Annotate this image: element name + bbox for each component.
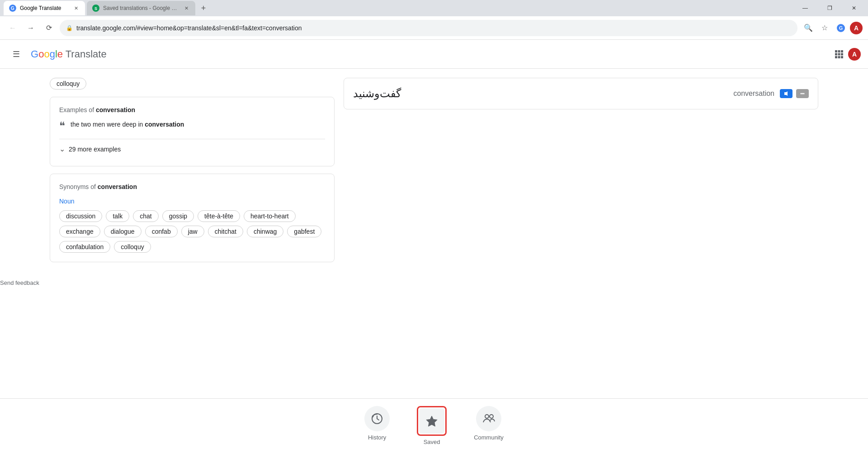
- bookmark-icon[interactable]: ☆: [817, 21, 832, 35]
- quote-row: ❝ the two men were deep in conversation: [59, 121, 325, 132]
- app-header: ☰ Google Translate: [0, 40, 868, 69]
- synonym-chip[interactable]: jaw: [181, 226, 204, 237]
- svg-text:S: S: [94, 6, 97, 11]
- examples-card: Examples of conversation ❝ the two men w…: [50, 97, 335, 166]
- synonym-chip[interactable]: discussion: [59, 210, 102, 222]
- synonym-chip[interactable]: heart-to-heart: [244, 210, 296, 222]
- translation-panel: گفت‌وشنید conversation: [344, 78, 818, 109]
- dots-icon: [799, 90, 806, 97]
- synonym-chip[interactable]: chitchat: [208, 226, 243, 237]
- synonym-chip[interactable]: confabulation: [59, 241, 110, 253]
- page-content: ☰ Google Translate: [0, 40, 868, 458]
- saved-box-outline: [417, 406, 447, 436]
- quote-text: the two men were deep in conversation: [71, 121, 184, 128]
- lock-icon: 🔒: [66, 25, 73, 31]
- tab-favicon-google: G: [9, 5, 16, 12]
- star-icon: [425, 415, 438, 427]
- community-nav-item[interactable]: Community: [474, 406, 504, 445]
- speaker-button[interactable]: [780, 89, 793, 98]
- title-g: G: [31, 48, 38, 60]
- history-icon: [364, 406, 390, 431]
- quote-mark-icon: ❝: [59, 121, 65, 132]
- svg-rect-13: [838, 56, 840, 58]
- svg-point-18: [801, 93, 802, 94]
- window-controls: — ❐ ✕: [795, 0, 864, 16]
- history-svg-icon: [371, 412, 383, 425]
- refresh-button[interactable]: ⟳: [42, 21, 56, 35]
- left-column: colloquy Examples of conversation ❝ the …: [50, 78, 335, 269]
- bottom-nav: History Saved: [0, 398, 868, 449]
- tab-close-1[interactable]: ✕: [72, 5, 80, 12]
- title-g2: g: [50, 48, 55, 60]
- new-tab-button[interactable]: +: [197, 2, 210, 14]
- address-text: translate.google.com/#view=home&op=trans…: [76, 24, 791, 32]
- svg-point-25: [490, 415, 493, 418]
- svg-point-19: [802, 93, 803, 94]
- synonym-chip[interactable]: colloquy: [114, 241, 151, 253]
- svg-point-24: [485, 415, 489, 418]
- title-translate: Translate: [63, 48, 107, 60]
- synonyms-title: Synonyms of conversation: [59, 183, 325, 190]
- hamburger-menu-button[interactable]: ☰: [7, 45, 25, 63]
- profile-avatar-header[interactable]: A: [848, 48, 861, 61]
- address-bar[interactable]: 🔒 translate.google.com/#view=home&op=tra…: [60, 20, 797, 36]
- synonym-chip[interactable]: confab: [145, 226, 178, 237]
- forward-button[interactable]: →: [24, 21, 38, 35]
- nav-icons: 🔍 ☆ G A: [801, 21, 863, 35]
- bottom-nav-spacer: History Saved: [0, 385, 868, 449]
- tab-close-2[interactable]: ✕: [183, 5, 190, 12]
- svg-rect-12: [835, 56, 837, 58]
- examples-title: Examples of conversation: [59, 106, 325, 113]
- synonym-chip[interactable]: talk: [106, 210, 129, 222]
- synonym-chip[interactable]: gossip: [162, 210, 194, 222]
- translation-row: گفت‌وشنید conversation: [353, 87, 809, 100]
- maximize-button[interactable]: ❐: [819, 0, 840, 16]
- synonyms-card: Synonyms of conversation Noun discussion…: [50, 174, 335, 262]
- right-column: گفت‌وشنید conversation: [344, 78, 818, 269]
- feedback-link[interactable]: Send feedback: [0, 279, 39, 286]
- apps-grid-icon[interactable]: [832, 47, 846, 61]
- svg-rect-11: [841, 53, 843, 55]
- saved-nav-item[interactable]: Saved: [417, 406, 447, 445]
- tab-label-1: Google Translate: [20, 5, 69, 11]
- synonym-chip[interactable]: exchange: [59, 226, 100, 237]
- content-wrapper: colloquy Examples of conversation ❝ the …: [0, 78, 868, 269]
- history-nav-item[interactable]: History: [364, 406, 390, 445]
- community-svg-icon: [482, 412, 495, 425]
- main-area: colloquy Examples of conversation ❝ the …: [0, 69, 868, 458]
- back-button[interactable]: ←: [5, 21, 20, 35]
- colloquy-chip[interactable]: colloquy: [50, 78, 86, 90]
- svg-marker-23: [426, 416, 437, 426]
- svg-text:G: G: [11, 6, 14, 11]
- synonym-chip[interactable]: chat: [133, 210, 158, 222]
- tab-sheets[interactable]: S Saved translations - Google She... ✕: [87, 1, 195, 15]
- feedback-row: Send feedback: [0, 279, 89, 287]
- more-action-button[interactable]: [796, 89, 809, 98]
- synonym-chip[interactable]: dialogue: [104, 226, 142, 237]
- nav-bar: ← → ⟳ 🔒 translate.google.com/#view=home&…: [0, 16, 868, 40]
- svg-rect-8: [841, 50, 843, 52]
- svg-rect-10: [838, 53, 840, 55]
- translation-right: conversation: [733, 89, 809, 98]
- profile-avatar[interactable]: A: [850, 22, 863, 34]
- close-button[interactable]: ✕: [844, 0, 864, 16]
- google-account-icon: G: [836, 24, 845, 33]
- search-icon[interactable]: 🔍: [801, 21, 816, 35]
- synonym-chip[interactable]: gabfest: [287, 226, 321, 237]
- svg-rect-9: [835, 53, 837, 55]
- svg-rect-7: [838, 50, 840, 52]
- synonym-chips-row1: discussiontalkchatgossiptête-à-têteheart…: [59, 210, 325, 253]
- header-right: A: [832, 47, 861, 61]
- minimize-button[interactable]: —: [795, 0, 816, 16]
- history-label: History: [368, 434, 386, 441]
- title-bar: G Google Translate ✕ S Saved translation…: [0, 0, 868, 16]
- title-e: e: [57, 48, 63, 60]
- synonym-chip[interactable]: tête-à-tête: [198, 210, 240, 222]
- tab-google-translate[interactable]: G Google Translate ✕: [4, 1, 85, 15]
- more-examples-button[interactable]: ⌄ 29 more examples: [59, 141, 325, 157]
- translation-actions: [780, 89, 809, 98]
- community-icon: [476, 406, 501, 431]
- synonym-chip[interactable]: chinwag: [247, 226, 283, 237]
- speaker-icon: [783, 90, 789, 97]
- google-apps-icon[interactable]: G: [834, 21, 848, 35]
